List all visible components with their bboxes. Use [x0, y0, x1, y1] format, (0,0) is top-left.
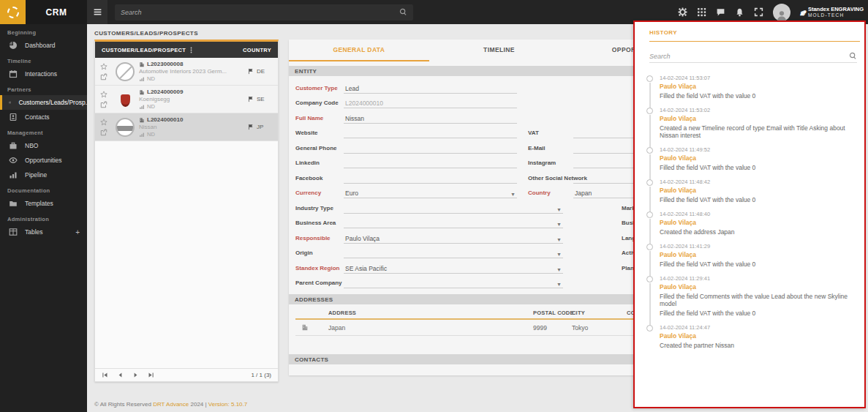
favorite-star-icon[interactable] — [100, 91, 107, 98]
nd-badge: ND — [147, 75, 155, 82]
list-rows: L2023000008Automotive Interiors 2023 Ger… — [95, 58, 278, 141]
sidebar-item-customers-leads-prosp[interactable]: Customers/Leads/Prosp. — [0, 95, 87, 110]
history-entry: 14-02-2024 11:48:42Paulo VilaçaFilled th… — [649, 179, 858, 211]
app-logo[interactable] — [0, 0, 26, 24]
history-user: Paulo Vilaça — [660, 115, 858, 122]
bell-icon[interactable] — [735, 7, 744, 17]
calendar-icon — [9, 70, 18, 78]
standex-brand-logo: ⸙ Standex ENGRAVING MOLD-TECH — [800, 7, 864, 18]
user-avatar[interactable] — [773, 4, 790, 21]
field-responsible[interactable]: Paulo Vilaça▼ — [344, 233, 563, 244]
footer-version-link[interactable]: Version: 5.10.7 — [208, 401, 247, 408]
sidebar-nav: BeginningDashboardTimelineInteractionsPa… — [0, 24, 87, 239]
field-facebook[interactable] — [344, 173, 517, 184]
history-timestamp: 14-02-2024 11:53:02 — [660, 107, 858, 113]
field-linkedin[interactable] — [344, 158, 517, 168]
chevron-down-icon[interactable]: ▼ — [556, 282, 562, 287]
history-entry: 14-02-2024 11:29:41Paulo VilaçaFilled th… — [649, 275, 858, 324]
field-origin[interactable]: ▼ — [344, 248, 563, 258]
favorite-star-icon[interactable] — [100, 119, 107, 126]
field-value: Euro — [345, 190, 358, 197]
history-user: Paulo Vilaça — [660, 154, 858, 162]
history-timestamp: 14-02-2024 11:49:52 — [660, 146, 858, 153]
field-business-area[interactable]: ▼ — [344, 218, 563, 228]
history-search-input[interactable] — [649, 53, 849, 60]
open-record-icon[interactable] — [100, 101, 107, 108]
field-label-instagram: Instagram — [528, 160, 573, 168]
pagination-last-button[interactable] — [148, 372, 154, 378]
search-icon — [399, 8, 407, 16]
pagination-prev-button[interactable] — [117, 372, 124, 378]
chat-icon[interactable] — [716, 7, 725, 17]
building-icon — [139, 61, 145, 67]
gear-icon[interactable] — [678, 7, 687, 17]
pagination: 1 / 1 (3) — [95, 368, 278, 381]
sidebar-item-interactions[interactable]: Interactions — [0, 67, 87, 81]
field-general-phone[interactable] — [344, 143, 517, 154]
chevron-down-icon[interactable]: ▼ — [556, 267, 562, 272]
postal-code-value: 9999 — [533, 324, 572, 332]
pagination-next-button[interactable] — [132, 372, 139, 378]
sidebar-item-nbo[interactable]: NBO — [0, 138, 87, 153]
company-name: Koenigsegg — [139, 96, 247, 102]
row-controls — [95, 91, 113, 108]
folder-icon — [9, 199, 18, 208]
pagination-first-button[interactable] — [102, 372, 108, 378]
field-label-other-social-network: Other Social Network — [528, 175, 573, 184]
addr-col-postal-code: POSTAL CODE — [533, 310, 572, 316]
sidebar-item-label: Tables — [25, 228, 43, 236]
footer-brand-link[interactable]: DRT Advance — [153, 401, 189, 408]
field-label-parent-company: Parent Company — [295, 280, 344, 288]
sidebar-item-pipeline[interactable]: Pipeline — [0, 168, 87, 182]
column-menu-icon[interactable] — [188, 47, 195, 53]
field-standex-region[interactable]: SE Asia Pacific▼ — [344, 263, 563, 274]
list-item-L2023000008[interactable]: L2023000008Automotive Interiors 2023 Ger… — [95, 58, 278, 86]
hamburger-menu-icon[interactable] — [87, 0, 107, 24]
sidebar-add-button[interactable]: + — [75, 228, 80, 236]
country-code: JP — [257, 124, 263, 130]
chevron-down-icon[interactable]: ▼ — [556, 237, 562, 242]
field-currency[interactable]: Euro▼ — [344, 188, 517, 198]
brand-line2: MOLD-TECH — [808, 12, 864, 18]
list-item-L2024000009[interactable]: L2024000009KoenigseggNDSE — [95, 86, 278, 113]
favorite-star-icon[interactable] — [100, 63, 107, 70]
field-parent-company[interactable]: ▼ — [344, 278, 563, 288]
field-label-industry-type: Industry Type — [295, 205, 344, 214]
building-icon — [301, 323, 309, 331]
chevron-down-icon[interactable]: ▼ — [556, 222, 562, 227]
tab-timeline[interactable]: TIMELINE — [429, 40, 570, 61]
tab-general-data[interactable]: GENERAL DATA — [289, 40, 429, 61]
list-item-L2024000010[interactable]: L2024000010NissanNDJP — [95, 113, 278, 141]
field-customer-type[interactable]: Lead — [344, 83, 517, 94]
chart-bars-icon — [139, 132, 145, 138]
field-website[interactable] — [344, 128, 517, 138]
fullscreen-icon[interactable] — [754, 7, 763, 17]
apps-grid-icon[interactable] — [697, 7, 706, 17]
company-logo-noentry-icon — [116, 62, 135, 81]
sidebar-item-templates[interactable]: Templates — [0, 196, 87, 211]
chevron-down-icon[interactable]: ▼ — [556, 252, 562, 257]
field-label-website: Website — [295, 130, 344, 138]
history-description: Filled the field VAT with the value 0 — [660, 261, 858, 268]
sidebar-item-dashboard[interactable]: Dashboard — [0, 38, 87, 53]
sidebar-item-opportunities[interactable]: Opportunities — [0, 153, 87, 168]
sidebar-section-label: Beginning — [0, 24, 87, 38]
sidebar-item-label: Opportunities — [25, 157, 62, 164]
global-search-input[interactable] — [121, 9, 399, 16]
open-record-icon[interactable] — [100, 73, 107, 80]
eye-icon — [9, 156, 18, 165]
sidebar-item-label: NBO — [25, 142, 38, 149]
history-user: Paulo Vilaça — [660, 83, 858, 90]
chevron-down-icon[interactable]: ▼ — [510, 192, 516, 197]
history-description: Filled the field VAT with the value 0 — [660, 310, 858, 317]
chevron-down-icon[interactable]: ▼ — [556, 207, 562, 212]
history-entry: 14-02-2024 11:48:40Paulo VilaçaCreated t… — [649, 211, 858, 243]
list-header-country: COUNTRY — [243, 47, 271, 53]
field-industry-type[interactable]: ▼ — [344, 203, 563, 214]
sidebar-item-contacts[interactable]: Contacts — [0, 110, 87, 124]
field-company-code[interactable]: L2024000010 — [344, 98, 517, 108]
open-record-icon[interactable] — [100, 129, 107, 136]
country-cell: DE — [247, 68, 278, 75]
sidebar-item-tables[interactable]: Tables+ — [0, 225, 87, 239]
field-full-name[interactable]: Nissan — [344, 113, 517, 124]
